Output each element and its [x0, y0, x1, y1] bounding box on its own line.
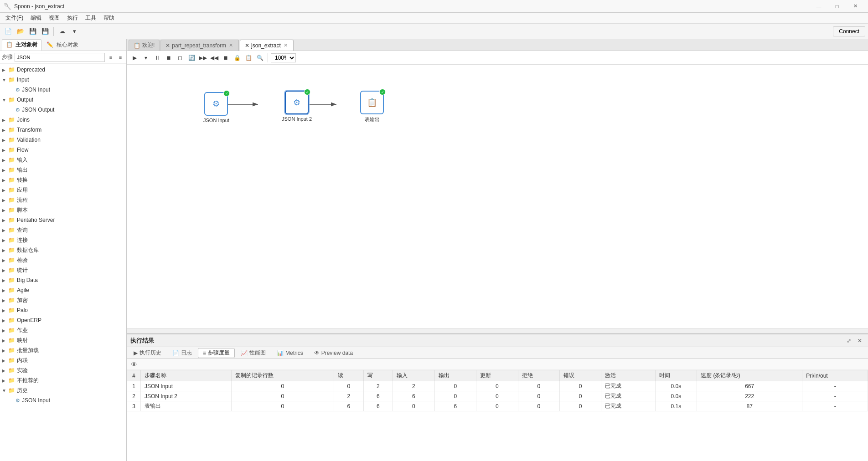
dropdown-button[interactable]: ▾: [69, 26, 80, 37]
tab-exec-history[interactable]: ▶ 执行历史: [129, 348, 166, 358]
tree-item[interactable]: ▶📁Validation: [0, 135, 126, 145]
tree-item[interactable]: ▶📁Transform: [0, 125, 126, 135]
tree-item[interactable]: ▶📁Palo: [0, 305, 126, 315]
list-view-button[interactable]: ≡: [116, 53, 124, 61]
tree-item[interactable]: ▼📁Input: [0, 75, 126, 85]
tree-item[interactable]: ▶📁数据仓库: [0, 245, 126, 255]
tree-toggle: ▶: [2, 298, 8, 303]
tab-core-objects-label: 核心对象: [57, 41, 78, 48]
expand-button[interactable]: ⤢: [844, 336, 853, 345]
table-cell: 0: [559, 391, 601, 401]
tab-perf-chart[interactable]: 📈 性能图: [236, 348, 271, 358]
tree-item-label: 转换: [17, 176, 28, 184]
menu-view[interactable]: 视图: [45, 13, 63, 23]
tree-item[interactable]: ▶📁内联: [0, 355, 126, 365]
canvas-hscroll[interactable]: [127, 328, 868, 333]
tab-part-repeat[interactable]: ✕ part_repeat_transform ✕: [160, 40, 239, 51]
tree-item[interactable]: ▶📁统计: [0, 265, 126, 275]
open-button[interactable]: 📂: [15, 26, 26, 37]
menu-run[interactable]: 执行: [63, 13, 82, 23]
results-table-container[interactable]: # 步骤名称 复制的记录行数 读 写 输入 输出 更新 拒绝 错误 激活: [127, 370, 868, 461]
tree-item[interactable]: ▶📁Pentaho Server: [0, 215, 126, 225]
tab-step-metrics[interactable]: ≡ 步骤度量: [198, 348, 235, 358]
menu-file[interactable]: 文件(F): [2, 13, 27, 23]
lock-button[interactable]: 🔒: [232, 53, 242, 63]
maximize-button[interactable]: □: [828, 0, 846, 13]
tree-toggle: ▶: [2, 318, 8, 323]
tree-item[interactable]: ▶📁Joins: [0, 115, 126, 125]
tree-item[interactable]: ▶📁映射: [0, 335, 126, 345]
tree-item[interactable]: ▶📁查询: [0, 225, 126, 235]
close-panel-button[interactable]: ✕: [855, 336, 864, 345]
tree-item-label: Palo: [17, 307, 28, 313]
table-cell: 0.0s: [655, 391, 697, 401]
etl-node-json-input-2[interactable]: ✓ ⚙ JSON Input 2: [282, 91, 312, 122]
save-as-button[interactable]: 💾: [40, 26, 51, 37]
tree-item[interactable]: ▼📁历史: [0, 385, 126, 395]
search-input[interactable]: [15, 53, 105, 62]
tree-item[interactable]: ▼📁Output: [0, 95, 126, 105]
stop-button[interactable]: ⏹: [164, 53, 174, 63]
tree-item[interactable]: ▶📁加密: [0, 295, 126, 305]
editor-tabs: 📋 欢迎! ✕ part_repeat_transform ✕ ✕ json_e…: [127, 39, 868, 51]
part-repeat-close-icon[interactable]: ✕: [228, 42, 234, 48]
tree-item[interactable]: ▶📁批量加载: [0, 345, 126, 355]
cloud-button[interactable]: ☁: [57, 26, 67, 37]
json-extract-close-icon[interactable]: ✕: [283, 42, 289, 48]
tree-item[interactable]: ▶📁输出: [0, 165, 126, 175]
prev-step-button[interactable]: ◀◀: [209, 53, 219, 63]
connect-button[interactable]: Connect: [833, 26, 865, 36]
tree-item[interactable]: ▶📁脚本: [0, 205, 126, 215]
tree-item[interactable]: ▶📁应用: [0, 185, 126, 195]
tree-item[interactable]: ▶📁Flow: [0, 145, 126, 155]
tab-metrics[interactable]: 📊 Metrics: [272, 348, 308, 358]
tab-json-extract[interactable]: ✕ json_extract ✕: [240, 40, 294, 51]
tree-item[interactable]: ▶📁不推荐的: [0, 375, 126, 385]
menu-edit[interactable]: 编辑: [27, 13, 45, 23]
tab-core-objects[interactable]: ✏️ 核心对象: [42, 39, 82, 51]
close-button[interactable]: ✕: [846, 0, 864, 13]
zoom-select[interactable]: 50% 75% 100% 125% 150% 200%: [271, 53, 296, 62]
menu-help[interactable]: 帮助: [100, 13, 118, 23]
run-dropdown-button[interactable]: ▾: [141, 53, 151, 63]
menu-tools[interactable]: 工具: [82, 13, 100, 23]
visibility-button[interactable]: 👁: [129, 360, 139, 369]
tree-item[interactable]: ▶📁实验: [0, 365, 126, 375]
tree-item[interactable]: ⚙JSON Input: [0, 395, 126, 405]
next-step-button[interactable]: ▶▶: [198, 53, 208, 63]
tab-log[interactable]: 📄 日志: [167, 348, 197, 358]
preview-button[interactable]: ◻: [175, 53, 185, 63]
tree-item[interactable]: ▶📁输入: [0, 155, 126, 165]
stop2-button[interactable]: ⏹: [221, 53, 231, 63]
run-button[interactable]: ▶: [129, 53, 140, 63]
tree-item[interactable]: ⚙JSON Input: [0, 85, 126, 95]
minimize-button[interactable]: —: [810, 0, 828, 13]
tree-item-label: 内联: [17, 357, 28, 364]
tree-item[interactable]: ▶📁Big Data: [0, 275, 126, 285]
tab-welcome[interactable]: 📋 欢迎!: [129, 40, 160, 51]
zoom-button[interactable]: 🔍: [255, 53, 265, 63]
tree-item[interactable]: ▶📁Agile: [0, 285, 126, 295]
filter-button[interactable]: ≡: [107, 53, 115, 61]
save-button[interactable]: 💾: [27, 26, 38, 37]
tab-main-objects[interactable]: 📋 主对象树: [2, 39, 41, 51]
tree-toggle: ▶: [2, 348, 8, 353]
tree-item[interactable]: ▶📁OpenERP: [0, 315, 126, 325]
table-cell: 已完成: [601, 401, 655, 411]
canvas-area[interactable]: ✓ ⚙ JSON Input ✓ ⚙ JSON Input 2: [127, 65, 868, 328]
tree-item[interactable]: ▶📁转换: [0, 175, 126, 185]
tree-item[interactable]: ▶📁检验: [0, 255, 126, 265]
refresh-button[interactable]: 🔄: [186, 53, 196, 63]
etl-node-json-input-1[interactable]: ✓ ⚙ JSON Input: [203, 92, 229, 123]
tree-item[interactable]: ▶📁连接: [0, 235, 126, 245]
etl-node-table-output[interactable]: ✓ 📋 表输出: [360, 91, 384, 123]
tree-item[interactable]: ▶📁Deprecated: [0, 65, 126, 75]
copy-button[interactable]: 📋: [243, 53, 253, 63]
new-file-button[interactable]: 📄: [3, 26, 14, 37]
tree-item[interactable]: ⚙JSON Output: [0, 105, 126, 115]
tree-item[interactable]: ▶📁作业: [0, 325, 126, 335]
tree-item[interactable]: ▶📁流程: [0, 195, 126, 205]
pause-button[interactable]: ⏸: [152, 53, 162, 63]
folder-icon: 📁: [8, 307, 15, 313]
tab-preview-data[interactable]: 👁 Preview data: [309, 348, 358, 358]
